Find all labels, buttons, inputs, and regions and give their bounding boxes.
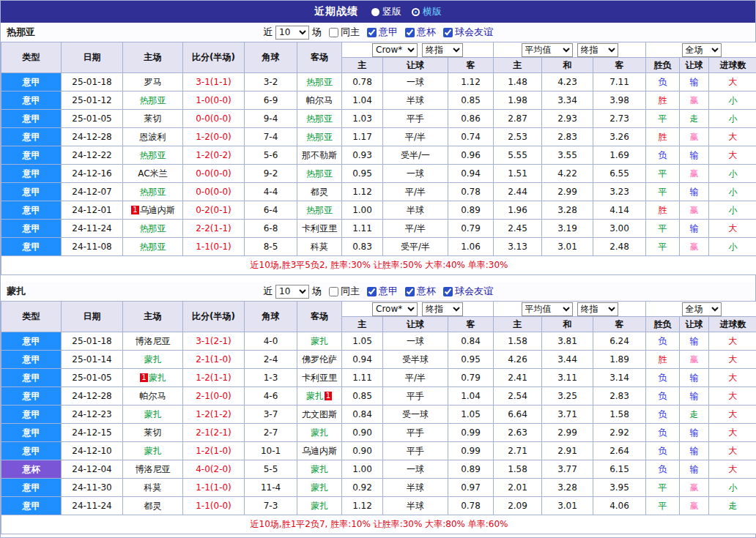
result-goals-cell: 小 <box>709 183 756 201</box>
team-link[interactable]: 罗马 <box>144 77 162 87</box>
col-header-corner: 角球 <box>245 302 297 332</box>
layout-toggle-group: 竖版 横版 <box>371 5 442 18</box>
col-header-odds-away: 客 <box>448 58 494 73</box>
team-link[interactable]: 蒙扎 <box>311 427 328 438</box>
avg-away-cell: 6.24 <box>593 332 646 351</box>
team-link[interactable]: 莱切 <box>144 427 162 438</box>
avg-home-cell: 3.13 <box>494 238 542 256</box>
same-home-checkbox[interactable] <box>329 287 338 296</box>
team-link[interactable]: 蒙扎 <box>149 373 166 383</box>
vertical-layout-radio[interactable]: 竖版 <box>371 5 401 18</box>
team-link[interactable]: 热那亚 <box>140 223 166 233</box>
league-type-cell: 意甲 <box>1 165 62 183</box>
average-select[interactable]: 平均值 <box>522 302 573 316</box>
team-link[interactable]: 蒙扎 <box>306 391 324 401</box>
league-type-cell: 意甲 <box>1 332 62 351</box>
col-header-result-goals: 进球数 <box>709 58 756 73</box>
result-handicap-cell: 赢 <box>680 497 709 515</box>
avg-stage-select[interactable]: 终指 <box>577 43 618 57</box>
same-home-checkbox[interactable] <box>329 28 338 37</box>
team-link[interactable]: 科莫 <box>311 242 328 252</box>
team-link[interactable]: 热那亚 <box>140 150 166 160</box>
scope-select[interactable]: 全场 <box>682 43 722 57</box>
odds-away-cell: 0.86 <box>448 110 494 128</box>
result-goals-cell: 大 <box>709 332 756 351</box>
match-count-select[interactable]: 10 <box>275 285 309 299</box>
team-link[interactable]: 都灵 <box>311 187 328 197</box>
result-goals-cell: 大 <box>709 73 756 91</box>
serie-a-checkbox[interactable] <box>367 287 377 296</box>
team-link[interactable]: 乌迪内斯 <box>140 205 175 215</box>
col-header-odds-handicap: 让球 <box>383 317 448 332</box>
team-link[interactable]: 蒙扎 <box>144 354 162 365</box>
team-link[interactable]: 热那亚 <box>306 132 333 142</box>
team-link[interactable]: 帕尔马 <box>140 391 166 401</box>
odds-stage-select[interactable]: 终指 <box>422 43 463 57</box>
table-header: 类型日期主场比分(半场)角球客场Crow*终指平均值终指全场主让球客主和客胜负让… <box>1 42 756 73</box>
avg-away-cell: 2.83 <box>593 387 646 406</box>
odds-stage-select[interactable]: 终指 <box>422 302 463 316</box>
match-count-select[interactable]: 10 <box>275 26 309 40</box>
team-link[interactable]: 热那亚 <box>140 242 166 252</box>
odds-away-cell: 0.96 <box>448 146 494 165</box>
club-friendly-checkbox[interactable] <box>443 287 453 296</box>
team-link[interactable]: 博洛尼亚 <box>136 336 171 346</box>
home-team-cell: 热那亚 <box>123 91 183 110</box>
horizontal-layout-radio[interactable]: 横版 <box>412 5 442 18</box>
away-team-cell: 卡利亚里 <box>297 369 342 387</box>
away-team-cell: 科莫 <box>297 238 342 256</box>
bookmaker-select[interactable]: Crow* <box>372 43 418 57</box>
average-select[interactable]: 平均值 <box>522 43 573 57</box>
avg-home-cell: 2.45 <box>494 220 542 238</box>
team-link[interactable]: 帕尔马 <box>306 95 333 105</box>
avg-draw-cell: 3.01 <box>542 497 593 515</box>
handicap-cell: 平/半 <box>383 183 448 201</box>
result-wdl-cell: 平 <box>646 220 680 238</box>
team-link[interactable]: 蒙扎 <box>311 336 328 346</box>
team-link[interactable]: 都灵 <box>144 501 162 511</box>
avg-home-cell: 2.63 <box>494 424 542 442</box>
serie-a-checkbox[interactable] <box>367 28 377 37</box>
near-label: 近 <box>263 285 273 298</box>
col-header-date: 日期 <box>62 302 123 332</box>
team-link[interactable]: 卡利亚里 <box>302 373 337 383</box>
handicap-cell: 半球 <box>383 91 448 110</box>
team-link[interactable]: 热那亚 <box>306 113 333 124</box>
result-wdl-cell: 胜 <box>646 351 680 369</box>
scope-select[interactable]: 全场 <box>682 302 722 316</box>
match-row: 意甲24-11-24都灵1-1(0-0)7-3蒙扎1.12半球0.782.093… <box>1 497 756 515</box>
home-team-cell: 热那亚 <box>123 146 183 165</box>
team-link[interactable]: AC米兰 <box>138 168 167 179</box>
bottom-padding <box>1 534 755 537</box>
col-header-away: 客场 <box>297 42 342 73</box>
team-link[interactable]: 恩波利 <box>140 132 166 142</box>
team-link[interactable]: 卡利亚里 <box>302 223 337 233</box>
team-link[interactable]: 科莫 <box>144 482 162 493</box>
bookmaker-select[interactable]: Crow* <box>372 302 418 316</box>
team-link[interactable]: 博洛尼亚 <box>136 464 171 474</box>
team-link[interactable]: 乌迪内斯 <box>302 446 337 456</box>
team-link[interactable]: 热那亚 <box>306 77 333 87</box>
team-link[interactable]: 热那亚 <box>306 205 333 215</box>
avg-stage-select[interactable]: 终指 <box>577 302 618 316</box>
match-row: 意甲24-12-15莱切2-1(2-1)2-7蒙扎0.90平手0.992.632… <box>1 424 756 442</box>
handicap-cell: 平手 <box>383 387 448 406</box>
team-link[interactable]: 尤文图斯 <box>302 409 337 419</box>
team-link[interactable]: 热那亚 <box>140 95 166 105</box>
team-link[interactable]: 蒙扎 <box>311 464 328 474</box>
odds-away-cell: 0.74 <box>448 128 494 146</box>
odds-away-cell: 1.06 <box>448 238 494 256</box>
team-link[interactable]: 热那亚 <box>140 187 166 197</box>
team-link[interactable]: 热那亚 <box>306 168 333 179</box>
team-link[interactable]: 蒙扎 <box>311 501 328 511</box>
coppa-italia-checkbox[interactable] <box>405 287 415 296</box>
odds-away-cell: 0.99 <box>448 442 494 460</box>
team-link[interactable]: 蒙扎 <box>311 482 328 493</box>
coppa-italia-checkbox[interactable] <box>405 28 415 37</box>
team-link[interactable]: 莱切 <box>144 113 162 124</box>
team-link[interactable]: 蒙扎 <box>144 446 162 456</box>
team-link[interactable]: 佛罗伦萨 <box>302 354 337 365</box>
club-friendly-checkbox[interactable] <box>443 28 453 37</box>
team-link[interactable]: 蒙扎 <box>144 409 162 419</box>
team-link[interactable]: 那不勒斯 <box>302 150 337 160</box>
